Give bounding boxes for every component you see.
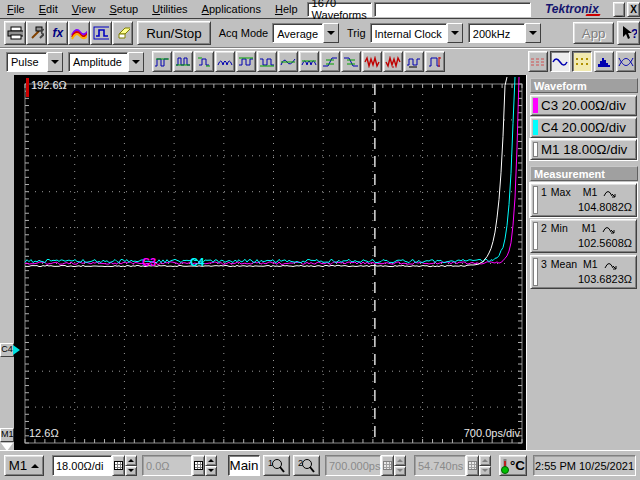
waveform-c4-label: C4 20.00Ω/div [541,120,626,135]
meas-period-button[interactable] [404,51,424,72]
waveform-c3-button[interactable]: C3 20.00Ω/div [530,95,637,116]
c4-channel-marker[interactable]: C4 [0,343,14,357]
tektronix-logo: Tektronix [545,2,599,16]
measurement-value: 102.5608Ω [541,237,634,249]
menu-help[interactable]: Help [268,1,305,17]
temperature-button[interactable]: °C [499,455,527,476]
graticule-and-traces [14,75,526,450]
meas-low-button[interactable] [173,51,193,72]
measurement-color-strip [533,258,538,286]
meas-rms-button[interactable] [362,51,382,72]
dots-display-icon [574,56,590,68]
meas-category-select[interactable]: Pulse [6,52,63,72]
spin-down-button [394,466,406,477]
meas-min-button[interactable] [257,51,277,72]
keypad-icon [194,461,203,470]
meas-mid-button[interactable] [278,51,298,72]
meas-positive-width-button[interactable] [425,51,445,72]
tools-icon[interactable] [26,21,48,45]
vertical-top-readout: 192.6Ω [31,79,67,91]
measurement-value: 103.6823Ω [541,273,634,285]
menu-file[interactable]: File [0,1,32,17]
measurement-buttons [152,51,445,72]
dashed-lines-button[interactable] [528,51,548,72]
measurement-1-max[interactable]: 1 Max M1 104.8082Ω [530,183,637,217]
meas-rise-time-button[interactable] [320,51,340,72]
spin-down-button [479,466,491,477]
meas-ac-rms-button[interactable] [383,51,403,72]
histogram-display-button[interactable] [594,51,614,72]
measurement-source: M1 [583,258,598,270]
chevron-down-icon[interactable] [525,23,541,43]
zoom-view-1-button[interactable]: 1 [263,455,290,476]
menu-applications[interactable]: Applications [195,1,268,17]
measurement-toolbar: Pulse Amplitude [0,48,640,75]
trig-frequency-select[interactable]: 200kHz [468,23,541,43]
close-button[interactable]: X [627,2,640,17]
main-area: C4 M1 192.6Ω 12.6Ω 700.0ps/div C3 C4 Wav… [0,75,640,450]
main-view-button[interactable]: Main [228,455,260,476]
rms-icon [364,56,380,68]
vertical-scale-field[interactable]: 18.00Ω/di [52,455,112,476]
zoom-view-2-button[interactable]: 2 [293,455,320,476]
meas-high-button[interactable] [152,51,172,72]
zoom-waveform-icon[interactable] [90,21,112,45]
waveform-select-button[interactable]: M1 [4,455,44,476]
print-icon [7,26,23,40]
m1-marker-arrow-icon[interactable] [1,443,13,451]
measurement-3-mean[interactable]: 3 Mean M1 103.6823Ω [530,255,637,289]
main-toolbar: fx Run/Stop Acq Mode Average Trig Intern… [0,19,640,48]
fall-time-icon [343,56,359,68]
meas-amplitude-button[interactable] [194,51,214,72]
dots-display-button[interactable] [572,51,592,72]
eye-diagram-button[interactable] [616,51,636,72]
meas-mean-button[interactable] [299,51,319,72]
min-icon [259,56,275,68]
menu-utilities[interactable]: Utilities [145,1,194,17]
chevron-down-icon[interactable] [323,23,339,43]
waveform-display[interactable]: 192.6Ω 12.6Ω 700.0ps/div C3 C4 [14,75,526,450]
minimize-button[interactable]: _ [613,2,626,17]
spin-down-button[interactable] [205,466,217,477]
statistic-icon [602,223,615,234]
acq-mode-select[interactable]: Average [272,23,339,43]
spin-up-button[interactable] [205,455,217,466]
meas-max-button[interactable] [236,51,256,72]
trig-source-select[interactable]: Internal Clock [370,23,463,43]
eraser-icon [115,26,131,40]
keypad-icon[interactable] [192,455,205,476]
menu-view[interactable]: View [65,1,103,17]
meas-fall-time-button[interactable] [341,51,361,72]
spin-down-button[interactable] [125,466,137,477]
chevron-down-icon[interactable] [47,52,63,72]
chevron-down-icon[interactable] [447,23,463,43]
meas-type-value: Amplitude [68,52,128,72]
meas-type-select[interactable]: Amplitude [68,52,144,72]
vector-display-button[interactable] [550,51,570,72]
menu-edit[interactable]: Edit [32,1,65,17]
meas-peak-peak-button[interactable] [215,51,235,72]
run-stop-button[interactable]: Run/Stop [137,21,211,45]
menu-setup[interactable]: Setup [102,1,145,17]
c4-color-chip [533,120,538,135]
eraser-icon[interactable] [112,21,134,45]
help-pointer-icon[interactable]: ? [617,21,640,45]
chevron-down-icon[interactable] [128,52,144,72]
c4-marker-arrow-icon[interactable] [13,345,20,355]
keypad-icon[interactable] [112,455,125,476]
vertical-bottom-readout: 12.6Ω [29,427,59,439]
waveform-c3-label: C3 20.00Ω/div [541,98,626,113]
formula-fx-icon[interactable]: fx [47,21,68,45]
temperature-unit-label: °C [510,458,525,473]
waveform-m1-button[interactable]: M1 18.00Ω/div [530,139,637,160]
measurement-2-min[interactable]: 2 Min M1 102.5608Ω [530,219,637,253]
low-icon [175,56,191,68]
peak-peak-icon [217,56,233,68]
waveform-c4-button[interactable]: C4 20.00Ω/div [530,117,637,138]
spin-up-button[interactable] [125,455,137,466]
print-icon[interactable] [4,21,26,45]
eye-diagram-icon [618,56,634,68]
help-pointer-icon: ? [620,25,637,41]
waveform-color-icon[interactable] [68,21,90,45]
m1-waveform-marker[interactable]: M1 [0,428,14,442]
